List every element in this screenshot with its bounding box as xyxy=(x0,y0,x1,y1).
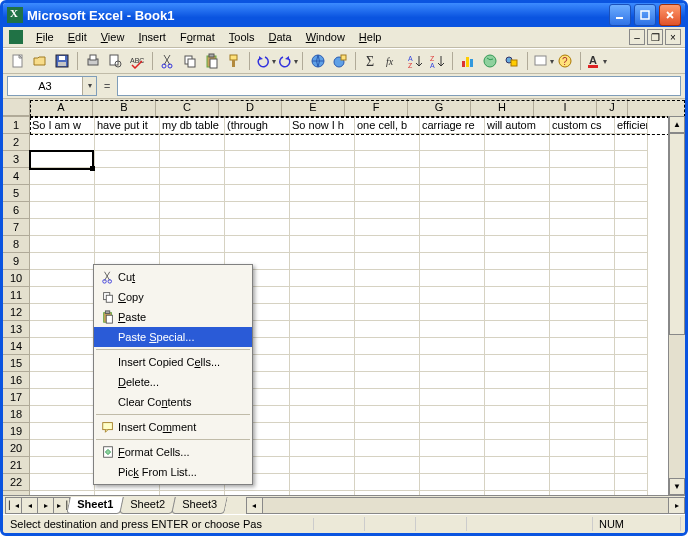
row-header[interactable]: 19 xyxy=(3,423,30,440)
row-header[interactable]: 23 xyxy=(3,491,30,495)
cell[interactable] xyxy=(420,134,485,151)
save-button[interactable] xyxy=(51,51,73,71)
cell[interactable] xyxy=(550,474,615,491)
cell[interactable] xyxy=(290,202,355,219)
row-header[interactable]: 7 xyxy=(3,219,30,236)
cell[interactable] xyxy=(550,304,615,321)
cell[interactable] xyxy=(30,474,95,491)
cell[interactable] xyxy=(615,406,648,423)
col-header-E[interactable]: E xyxy=(282,99,345,116)
cell[interactable] xyxy=(225,491,290,495)
cell[interactable] xyxy=(30,406,95,423)
col-header-H[interactable]: H xyxy=(471,99,534,116)
cell[interactable] xyxy=(615,338,648,355)
cell[interactable] xyxy=(355,440,420,457)
col-header-C[interactable]: C xyxy=(156,99,219,116)
row-header[interactable]: 12 xyxy=(3,304,30,321)
cell[interactable] xyxy=(615,219,648,236)
cell[interactable] xyxy=(355,304,420,321)
cell[interactable] xyxy=(485,236,550,253)
ctx-format-cells-[interactable]: Format Cells... xyxy=(94,442,252,462)
scroll-left-button[interactable]: ◂ xyxy=(246,497,263,514)
cell[interactable] xyxy=(95,185,160,202)
cell[interactable] xyxy=(615,151,648,168)
cell[interactable] xyxy=(420,151,485,168)
cell[interactable] xyxy=(30,338,95,355)
cell[interactable] xyxy=(355,474,420,491)
new-button[interactable] xyxy=(7,51,29,71)
autosum-button[interactable]: Σ xyxy=(360,51,382,71)
cell[interactable] xyxy=(615,168,648,185)
row-header[interactable]: 4 xyxy=(3,168,30,185)
cell[interactable] xyxy=(290,219,355,236)
cell[interactable] xyxy=(30,457,95,474)
row-header[interactable]: 21 xyxy=(3,457,30,474)
hyperlink-button[interactable] xyxy=(307,51,329,71)
cell[interactable] xyxy=(550,406,615,423)
cell[interactable] xyxy=(30,287,95,304)
name-box[interactable]: A3 xyxy=(7,76,97,96)
cell[interactable] xyxy=(160,151,225,168)
sheet-tab-sheet2[interactable]: Sheet2 xyxy=(119,497,175,514)
cell[interactable] xyxy=(485,372,550,389)
cell[interactable] xyxy=(420,185,485,202)
cell[interactable] xyxy=(485,457,550,474)
cell[interactable] xyxy=(30,355,95,372)
cell[interactable] xyxy=(30,151,95,168)
titlebar[interactable]: Microsoft Excel - Book1 xyxy=(3,3,685,27)
cell[interactable] xyxy=(485,270,550,287)
cell[interactable] xyxy=(550,253,615,270)
cell[interactable] xyxy=(615,457,648,474)
cell[interactable] xyxy=(290,338,355,355)
cell[interactable]: one cell, b xyxy=(355,117,420,134)
cell[interactable] xyxy=(615,134,648,151)
menu-format[interactable]: Format xyxy=(173,29,222,45)
scroll-up-button[interactable]: ▲ xyxy=(669,116,685,133)
row-header[interactable]: 22 xyxy=(3,474,30,491)
cell[interactable] xyxy=(290,236,355,253)
ctx-paste[interactable]: Paste xyxy=(94,307,252,327)
map-button[interactable] xyxy=(479,51,501,71)
cell[interactable] xyxy=(290,304,355,321)
cell[interactable] xyxy=(615,236,648,253)
cell[interactable] xyxy=(550,287,615,304)
cell[interactable] xyxy=(615,355,648,372)
col-header-D[interactable]: D xyxy=(219,99,282,116)
child-minimize-button[interactable]: – xyxy=(629,29,645,45)
row-header[interactable]: 1 xyxy=(3,117,30,134)
cell[interactable] xyxy=(420,491,485,495)
cell[interactable] xyxy=(485,253,550,270)
ctx-copy[interactable]: Copy xyxy=(94,287,252,307)
cell[interactable] xyxy=(290,270,355,287)
cell[interactable] xyxy=(290,355,355,372)
cell[interactable] xyxy=(225,202,290,219)
cell[interactable] xyxy=(420,236,485,253)
cell[interactable] xyxy=(550,270,615,287)
redo-button[interactable] xyxy=(276,51,298,71)
cell[interactable] xyxy=(355,338,420,355)
cell[interactable] xyxy=(95,168,160,185)
cell[interactable] xyxy=(30,270,95,287)
cell[interactable] xyxy=(290,389,355,406)
cell[interactable] xyxy=(420,304,485,321)
ctx-clear-contents[interactable]: Clear Contents xyxy=(94,392,252,412)
cell[interactable] xyxy=(485,440,550,457)
sort-desc-button[interactable]: ZA xyxy=(426,51,448,71)
print-preview-button[interactable] xyxy=(104,51,126,71)
ctx-cut[interactable]: Cut xyxy=(94,267,252,287)
cell[interactable] xyxy=(95,134,160,151)
tab-nav-prev[interactable]: ◂ xyxy=(21,497,38,514)
cell[interactable] xyxy=(225,236,290,253)
col-header-J[interactable]: J xyxy=(597,99,628,116)
cell[interactable] xyxy=(615,202,648,219)
cell[interactable] xyxy=(30,185,95,202)
sort-asc-button[interactable]: AZ xyxy=(404,51,426,71)
row-header[interactable]: 14 xyxy=(3,338,30,355)
cell[interactable] xyxy=(420,355,485,372)
row-header[interactable]: 13 xyxy=(3,321,30,338)
cell[interactable] xyxy=(485,287,550,304)
zoom-button[interactable] xyxy=(532,51,554,71)
cell[interactable] xyxy=(355,457,420,474)
cell[interactable] xyxy=(160,185,225,202)
paste-button[interactable] xyxy=(201,51,223,71)
